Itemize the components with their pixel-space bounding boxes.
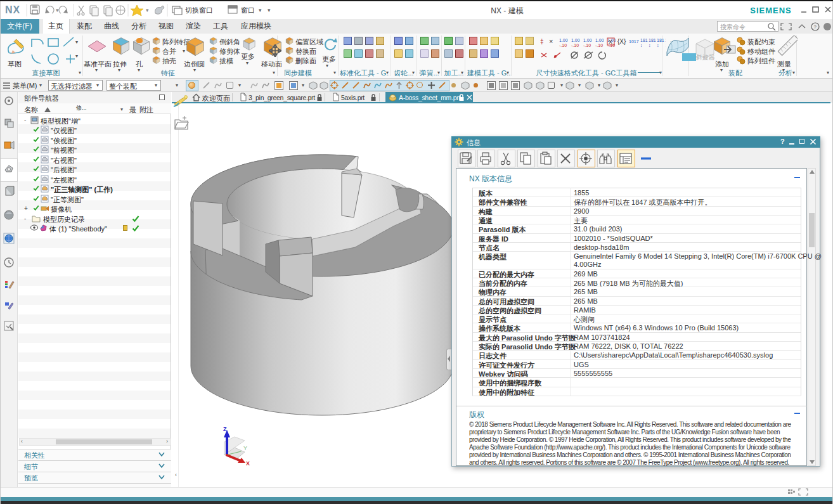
svg-text:Y: Y	[243, 445, 247, 451]
svg-text:X: X	[246, 460, 250, 465]
svg-text:Z: Z	[223, 426, 227, 432]
